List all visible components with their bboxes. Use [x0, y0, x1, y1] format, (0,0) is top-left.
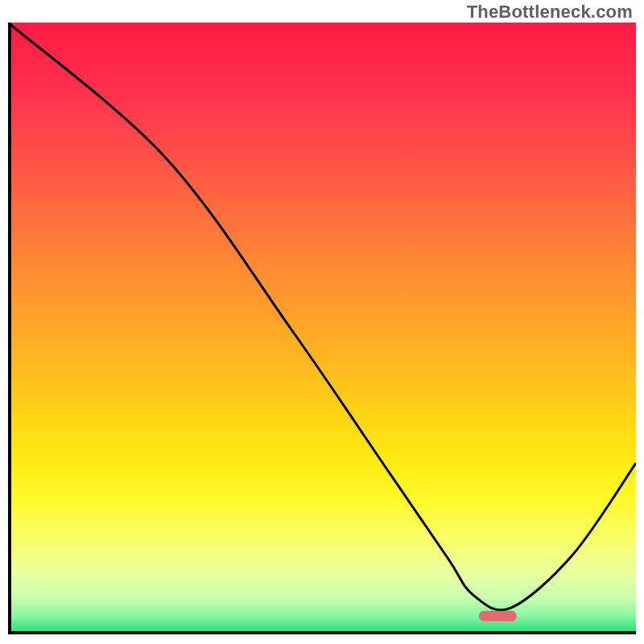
- chart-container: TheBottleneck.com: [0, 0, 644, 644]
- optimal-range-marker: [479, 611, 517, 621]
- watermark: TheBottleneck.com: [467, 2, 633, 23]
- gradient-background: [8, 23, 636, 634]
- bottleneck-chart: [8, 23, 636, 634]
